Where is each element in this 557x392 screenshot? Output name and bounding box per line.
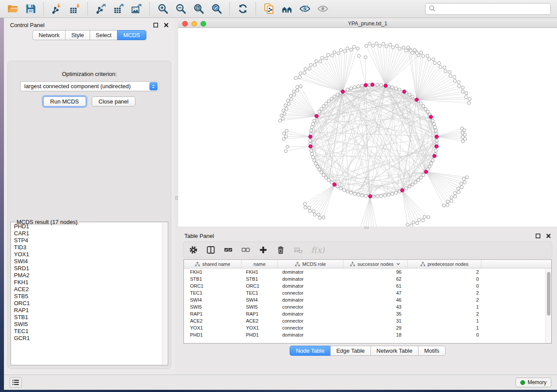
graph-node[interactable] — [357, 54, 360, 57]
graph-node[interactable] — [303, 203, 306, 206]
graph-node[interactable] — [394, 87, 398, 90]
first-neighbors-button[interactable] — [278, 1, 296, 16]
graph-node[interactable] — [308, 139, 311, 142]
graph-node[interactable] — [311, 126, 314, 129]
table-row[interactable]: PHD1PHD1dominator180 — [184, 331, 545, 338]
import-table-button[interactable] — [66, 1, 83, 16]
graph-node[interactable] — [457, 81, 460, 84]
column-header-name[interactable]: name — [242, 260, 278, 268]
graph-node[interactable] — [421, 219, 424, 222]
graph-node[interactable] — [333, 95, 336, 98]
graph-node[interactable] — [372, 195, 375, 198]
graph-node[interactable] — [279, 119, 282, 122]
graph-node[interactable] — [313, 213, 316, 216]
graph-node[interactable] — [395, 45, 398, 48]
graph-node[interactable] — [284, 135, 287, 138]
graph-node[interactable] — [283, 112, 286, 115]
search-field[interactable] — [425, 3, 551, 15]
graph-node[interactable] — [371, 44, 374, 47]
graph-node[interactable] — [357, 85, 360, 88]
graph-node[interactable] — [303, 71, 306, 74]
graph-node[interactable] — [433, 126, 436, 129]
graph-node[interactable] — [439, 65, 442, 69]
graph-node[interactable] — [398, 47, 401, 50]
graph-node[interactable] — [391, 86, 394, 89]
graph-node[interactable] — [460, 127, 464, 130]
graph-node[interactable] — [299, 72, 302, 75]
graph-node[interactable] — [460, 186, 463, 189]
graph-node[interactable] — [423, 215, 426, 218]
graph-node[interactable] — [443, 66, 446, 69]
graph-node[interactable] — [298, 76, 301, 79]
graph-node[interactable] — [322, 216, 325, 219]
graph-node[interactable] — [422, 173, 425, 176]
mcds-result-item[interactable]: SRD1 — [12, 265, 162, 272]
graph-node[interactable] — [282, 109, 285, 112]
mcds-result-item[interactable]: PHD1 — [12, 223, 162, 230]
close-panel-button[interactable]: Close panel — [92, 96, 136, 107]
tab-style[interactable]: Style — [65, 30, 90, 40]
graph-node[interactable] — [322, 173, 325, 176]
graph-node[interactable] — [467, 101, 471, 104]
table-scrollbar[interactable] — [545, 268, 551, 343]
graph-node[interactable] — [327, 100, 330, 103]
graph-node[interactable] — [426, 110, 429, 113]
graph-node[interactable] — [406, 46, 409, 49]
graph-node[interactable] — [349, 48, 353, 51]
graph-node[interactable] — [311, 152, 314, 155]
graph-node[interactable] — [310, 149, 313, 152]
graph-selected-node[interactable] — [435, 144, 438, 148]
graph-node[interactable] — [296, 89, 299, 92]
graph-node[interactable] — [468, 97, 471, 100]
delete-column-button[interactable] — [276, 244, 285, 255]
export-image-button[interactable] — [128, 1, 145, 16]
graph-node[interactable] — [464, 96, 467, 99]
graph-node[interactable] — [462, 177, 465, 180]
table-tab-motifs[interactable]: Motifs — [418, 346, 446, 356]
graph-node[interactable] — [376, 83, 379, 86]
window-minimize-icon[interactable] — [191, 21, 197, 27]
mcds-result-item[interactable]: STP4 — [12, 237, 162, 244]
graph-selected-node[interactable] — [341, 90, 345, 93]
mcds-result-item[interactable]: ACE2 — [12, 286, 162, 293]
graph-node[interactable] — [434, 129, 437, 132]
graph-node[interactable] — [450, 199, 453, 203]
graph-selected-node[interactable] — [401, 189, 404, 192]
mcds-result-scrollbar[interactable] — [162, 223, 167, 364]
graph-node[interactable] — [286, 145, 289, 148]
graph-node[interactable] — [357, 193, 360, 196]
graph-node[interactable] — [327, 53, 330, 56]
graph-node[interactable] — [320, 107, 323, 110]
graph-node[interactable] — [327, 179, 330, 182]
graph-node[interactable] — [311, 122, 315, 125]
graph-selected-node[interactable] — [370, 83, 374, 86]
graph-node[interactable] — [460, 182, 463, 186]
table-row[interactable]: SWI4SWI4dominator462 — [184, 296, 545, 303]
graph-node[interactable] — [406, 223, 409, 226]
graph-node[interactable] — [319, 60, 322, 63]
graph-selected-node[interactable] — [429, 115, 432, 119]
zoom-selected-button[interactable] — [208, 1, 225, 16]
graph-node[interactable] — [309, 63, 312, 66]
graph-node[interactable] — [408, 185, 411, 188]
graph-node[interactable] — [431, 159, 434, 162]
graph-node[interactable] — [434, 149, 437, 152]
graph-node[interactable] — [380, 83, 383, 86]
graph-node[interactable] — [284, 104, 287, 107]
graph-node[interactable] — [343, 50, 346, 53]
show-all-button[interactable] — [314, 1, 332, 16]
refresh-button[interactable] — [234, 1, 252, 16]
graph-node[interactable] — [412, 221, 415, 224]
graph-node[interactable] — [408, 93, 411, 96]
graph-node[interactable] — [391, 193, 394, 196]
graph-node[interactable] — [346, 190, 349, 193]
float-icon[interactable] — [534, 232, 541, 239]
table-row[interactable]: TEC1TEC1connector472 — [184, 289, 545, 296]
graph-selected-node[interactable] — [368, 195, 372, 198]
graph-node[interactable] — [330, 97, 333, 100]
export-network-button[interactable] — [92, 1, 110, 16]
graph-node[interactable] — [453, 76, 456, 79]
graph-node[interactable] — [313, 119, 316, 122]
graph-node[interactable] — [378, 44, 381, 47]
graph-node[interactable] — [417, 179, 420, 182]
